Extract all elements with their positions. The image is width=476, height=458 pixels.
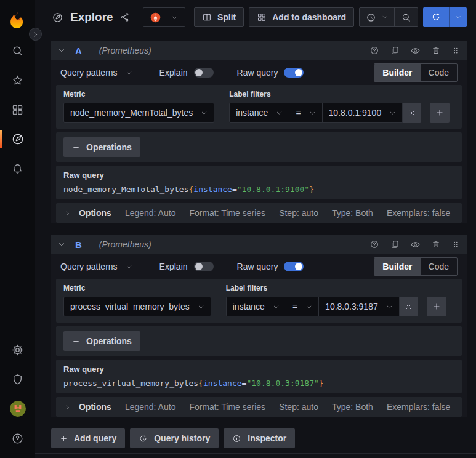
label-filters-field: Label filters instance = 10.8. <box>229 90 450 123</box>
query-row-a: A (Prometheus) Query patterns Explain <box>51 41 467 223</box>
query-options-row[interactable]: Options Legend: Auto Format: Time series… <box>56 397 462 417</box>
option-format: Format: Time series <box>189 208 265 218</box>
refresh-sync-icon[interactable] <box>423 7 449 27</box>
query-patterns-label: Query patterns <box>60 262 118 271</box>
query-actions <box>369 46 460 56</box>
option-legend: Legend: Auto <box>125 208 176 218</box>
add-operation-label: Operations <box>86 336 132 346</box>
raw-query-block: Raw query process_virtual_memory_bytes{i… <box>56 360 462 393</box>
sidebar-item-profile[interactable] <box>0 394 35 424</box>
editor-mode-group: Builder Code <box>374 63 458 82</box>
explore-content: A (Prometheus) Query patterns Explain <box>35 34 476 454</box>
query-options-row[interactable]: Options Legend: Auto Format: Time series… <box>56 203 462 223</box>
search-icon <box>11 44 24 57</box>
add-to-dashboard-label: Add to dashboard <box>272 12 346 22</box>
query-help-button[interactable] <box>369 239 379 249</box>
editor-mode-group: Builder Code <box>374 257 458 276</box>
duplicate-query-button[interactable] <box>390 239 400 249</box>
label-operator-select[interactable]: = <box>286 297 319 316</box>
drag-handle[interactable] <box>451 46 460 55</box>
add-query-label: Add query <box>74 433 116 443</box>
sidebar-item-alerting[interactable] <box>0 154 35 183</box>
sidebar-expand-button[interactable] <box>29 28 42 41</box>
sidebar-bottom <box>0 335 35 453</box>
raw-query-toggle[interactable] <box>284 262 304 271</box>
code-value: "10.8.0.3:9187" <box>246 379 318 388</box>
sidebar-item-settings[interactable] <box>0 335 35 364</box>
prometheus-logo-icon <box>150 12 161 23</box>
zoom-out-time-button[interactable] <box>394 8 418 26</box>
metric-select[interactable]: node_memory_MemTotal_bytes <box>63 103 214 123</box>
label-value-select[interactable]: 10.8.0.1:9100 <box>322 103 403 123</box>
sidebar-item-server-admin[interactable] <box>0 364 35 394</box>
inspector-button[interactable]: Inspector <box>224 428 295 448</box>
add-operation-label: Operations <box>86 142 132 152</box>
share-icon[interactable] <box>120 12 130 22</box>
query-patterns-dropdown[interactable]: Query patterns <box>60 68 132 78</box>
explain-toggle[interactable] <box>194 68 214 78</box>
query-header-a[interactable]: A (Prometheus) <box>51 41 467 60</box>
add-label-filter-button[interactable] <box>427 297 446 316</box>
code-mode-tab[interactable]: Code <box>421 258 457 275</box>
add-operation-button[interactable]: Operations <box>63 137 140 157</box>
metric-select[interactable]: process_virtual_memory_bytes <box>63 297 211 316</box>
run-query-button[interactable] <box>423 7 467 27</box>
query-help-button[interactable] <box>369 46 379 55</box>
chevron-right-icon <box>33 31 39 38</box>
builder-mode-tab[interactable]: Builder <box>374 258 420 275</box>
code-equals: = <box>232 185 237 194</box>
apps-grid-icon <box>11 103 24 116</box>
query-ref-id: A <box>75 46 82 56</box>
raw-query-toggle[interactable] <box>284 68 304 78</box>
run-interval-dropdown[interactable] <box>449 7 467 27</box>
compass-icon <box>11 132 25 146</box>
operations-block: Operations <box>56 132 462 162</box>
remove-query-button[interactable] <box>431 46 441 55</box>
sidebar-item-explore[interactable] <box>0 124 35 154</box>
add-operation-button[interactable]: Operations <box>63 331 140 351</box>
remove-query-button[interactable] <box>431 239 441 249</box>
chevron-down-icon <box>201 110 208 116</box>
disable-query-button[interactable] <box>410 46 421 56</box>
add-label-filter-button[interactable] <box>430 103 450 123</box>
drag-handle[interactable] <box>451 239 460 249</box>
duplicate-query-button[interactable] <box>390 46 400 55</box>
label-name-select[interactable]: instance <box>226 297 286 316</box>
query-header-b[interactable]: B (Prometheus) <box>51 235 467 254</box>
code-value: "10.8.0.1:9100" <box>237 185 309 194</box>
label-filter-row: instance = 10.8.0.1:9100 <box>229 103 450 123</box>
query-patterns-dropdown[interactable]: Query patterns <box>60 262 132 271</box>
builder-mode-tab[interactable]: Builder <box>374 64 420 81</box>
sidebar-item-starred[interactable] <box>0 65 35 95</box>
remove-label-filter-button[interactable] <box>400 297 418 316</box>
time-controls <box>359 7 418 27</box>
query-history-button[interactable]: Query history <box>130 428 219 448</box>
disable-query-button[interactable] <box>410 239 421 250</box>
remove-label-filter-button[interactable] <box>403 103 421 123</box>
label-value-select[interactable]: 10.8.0.3:9187 <box>318 297 400 316</box>
add-to-dashboard-button[interactable]: Add to dashboard <box>249 7 354 27</box>
raw-query-code: process_virtual_memory_bytes{instance="1… <box>63 378 454 388</box>
option-step: Step: auto <box>279 208 318 218</box>
code-mode-tab[interactable]: Code <box>421 64 457 81</box>
time-picker-button[interactable] <box>360 8 394 26</box>
option-step: Step: auto <box>279 402 318 412</box>
grafana-logo-icon[interactable] <box>9 6 27 30</box>
split-button[interactable]: Split <box>194 7 244 27</box>
raw-query-block: Raw query node_memory_MemTotal_bytes{ins… <box>56 166 462 199</box>
add-query-button[interactable]: Add query <box>51 428 125 448</box>
explain-toggle[interactable] <box>194 262 214 271</box>
code-metric: process_virtual_memory_bytes <box>63 379 198 388</box>
option-format: Format: Time series <box>189 402 265 412</box>
sidebar-item-help[interactable] <box>0 424 35 453</box>
label-operator-select[interactable]: = <box>289 103 322 123</box>
raw-query-title: Raw query <box>63 171 454 180</box>
option-type: Type: Both <box>332 208 373 218</box>
datasource-picker[interactable] <box>143 7 185 27</box>
sidebar-item-apps[interactable] <box>0 95 35 124</box>
sidebar-item-search[interactable] <box>0 36 35 65</box>
label-name-select[interactable]: instance <box>229 103 289 123</box>
query-builder-block: Metric node_memory_MemTotal_bytes Label … <box>56 85 462 129</box>
chevron-down-icon <box>126 263 132 270</box>
option-exemplars: Exemplars: false <box>387 208 450 218</box>
